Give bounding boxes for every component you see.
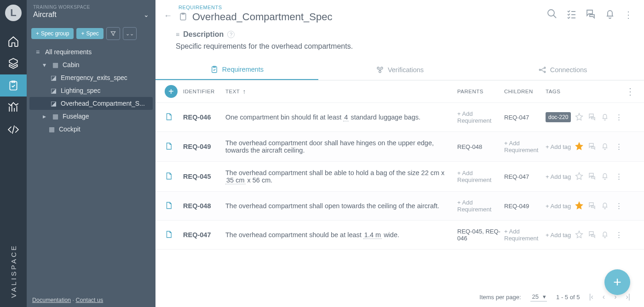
comments-icon[interactable] [585, 8, 596, 21]
description-text[interactable]: Specific requirements for the overhead c… [176, 42, 631, 51]
add-child-link[interactable]: + Add Requirement [504, 228, 546, 242]
add-tag-link[interactable]: + Add tag [546, 232, 575, 239]
table-header-menu[interactable]: ⋮ [626, 86, 635, 97]
add-parent-link[interactable]: + Add Requirement [457, 110, 504, 124]
breadcrumb[interactable]: REQUIREMENTS [178, 5, 540, 10]
tree-folder-fuselage[interactable]: ▸ ▦ Fuselage [29, 110, 153, 123]
row-more-menu[interactable]: ⋮ [614, 143, 624, 150]
col-children[interactable]: CHILDREN [504, 89, 546, 94]
col-parents[interactable]: PARENTS [457, 89, 504, 94]
nav-scripting-icon[interactable] [0, 119, 27, 141]
parent-link[interactable]: REQ-048 [457, 143, 504, 150]
requirement-text[interactable]: One compartment bin should fit at least … [225, 114, 457, 121]
bell-icon[interactable] [601, 230, 609, 240]
checklist-icon[interactable] [566, 8, 577, 21]
page-first-button[interactable]: |‹ [589, 293, 593, 301]
star-icon[interactable] [575, 113, 583, 122]
requirement-id[interactable]: REQ-049 [183, 143, 225, 150]
comment-icon[interactable] [588, 113, 596, 122]
bell-icon[interactable] [601, 142, 609, 152]
workspace-switcher[interactable]: TRAINING WORKSPACE Aircraft ⌄ [27, 0, 155, 25]
table-row[interactable]: REQ-049The overhead compartment door sha… [155, 132, 644, 162]
requirement-text[interactable]: The overhead compartment should be at le… [225, 231, 457, 239]
items-per-page-select[interactable]: 25 [530, 292, 547, 301]
child-link[interactable]: REQ-047 [504, 114, 546, 121]
col-identifier[interactable]: IDENTIFIER [183, 89, 225, 94]
table-row[interactable]: REQ-046One compartment bin should fit at… [155, 103, 644, 132]
row-more-menu[interactable]: ⋮ [614, 114, 624, 121]
comment-icon[interactable] [588, 230, 596, 240]
tree-spec-overhead[interactable]: ◪ Overhead_Compartment_S... [29, 97, 153, 110]
col-text[interactable]: TEXT↑ [225, 88, 457, 95]
row-more-menu[interactable]: ⋮ [614, 231, 624, 239]
inline-value[interactable]: 35 cm [225, 176, 246, 184]
row-more-menu[interactable]: ⋮ [614, 202, 624, 210]
add-spec-group-button[interactable]: +Spec group [31, 28, 74, 39]
add-tag-link[interactable]: + Add tag [546, 143, 575, 150]
add-spec-button[interactable]: +Spec [76, 28, 103, 39]
tab-verifications[interactable]: Verifications [318, 60, 481, 80]
workspace-logo[interactable]: L [5, 5, 22, 21]
row-more-menu[interactable]: ⋮ [614, 173, 624, 180]
requirement-id[interactable]: REQ-045 [183, 173, 225, 180]
add-tag-link[interactable]: + Add tag [546, 173, 575, 180]
star-icon[interactable] [575, 142, 583, 152]
requirement-id[interactable]: REQ-047 [183, 231, 225, 239]
table-row[interactable]: REQ-045The overhead compartment shall be… [155, 162, 644, 192]
nav-analysis-icon[interactable] [0, 97, 27, 119]
tree-folder-cabin[interactable]: ▾ ▦ Cabin [29, 58, 153, 71]
comment-icon[interactable] [588, 142, 596, 152]
star-icon[interactable] [575, 172, 583, 182]
requirement-text[interactable]: The overhead compartment door shall have… [225, 139, 457, 154]
bell-icon[interactable] [601, 172, 609, 182]
star-icon[interactable] [575, 230, 583, 240]
header-more-menu[interactable]: ⋮ [624, 9, 633, 20]
search-icon[interactable] [546, 8, 558, 21]
bell-icon[interactable] [601, 201, 609, 211]
tab-requirements[interactable]: Requirements [155, 60, 318, 80]
bell-icon[interactable] [601, 113, 609, 122]
inline-value[interactable]: 1.4 m [363, 231, 382, 239]
tag-chip[interactable]: doc-220 [546, 112, 571, 122]
star-icon[interactable] [575, 201, 583, 211]
tree-spec-lighting[interactable]: ◪ Lighting_spec [29, 84, 153, 97]
add-parent-link[interactable]: + Add Requirement [457, 199, 504, 213]
back-button[interactable]: ← [164, 5, 172, 21]
nav-components-icon[interactable] [0, 52, 27, 74]
description-label: Description [183, 30, 224, 39]
add-tag-link[interactable]: + Add tag [546, 203, 575, 210]
page-last-button[interactable]: ›| [626, 293, 630, 301]
contact-link[interactable]: Contact us [76, 297, 104, 303]
requirement-id[interactable]: REQ-046 [183, 114, 225, 121]
parent-link[interactable]: REQ-045, REQ-046 [457, 228, 504, 242]
inline-value[interactable]: 4 [343, 114, 349, 121]
help-icon[interactable]: ? [227, 31, 235, 38]
child-link[interactable]: REQ-047 [504, 173, 546, 180]
tree-all-requirements[interactable]: ≡ All requirements [29, 45, 153, 58]
child-link[interactable]: REQ-049 [504, 203, 546, 210]
expand-button[interactable]: ⌄⌄ [123, 27, 137, 40]
table-row[interactable]: REQ-047The overhead compartment should b… [155, 221, 644, 250]
comment-icon[interactable] [588, 172, 596, 182]
tree-spec-emergency[interactable]: ◪ Emergency_exits_spec [29, 71, 153, 84]
add-parent-link[interactable]: + Add Requirement [457, 170, 504, 183]
filter-button[interactable] [106, 27, 120, 40]
nav-home-icon[interactable] [0, 30, 27, 52]
page-prev-button[interactable]: ‹ [603, 293, 605, 301]
sidebar-toolbar: +Spec group +Spec ⌄⌄ [27, 25, 155, 45]
comment-icon[interactable] [588, 201, 596, 211]
requirement-text[interactable]: The overhead compartment shall open towa… [225, 202, 457, 210]
requirement-id[interactable]: REQ-048 [183, 202, 225, 210]
add-child-link[interactable]: + Add Requirement [504, 140, 546, 154]
table-row[interactable]: REQ-048The overhead compartment shall op… [155, 192, 644, 221]
tree-folder-cockpit[interactable]: ▦ Cockpit [29, 123, 153, 136]
add-row-button[interactable]: + [165, 85, 178, 98]
col-tags[interactable]: TAGS [546, 89, 575, 94]
documentation-link[interactable]: Documentation [32, 297, 71, 303]
bell-icon[interactable] [604, 8, 615, 21]
svg-point-2 [548, 10, 554, 16]
fab-add-button[interactable]: + [604, 269, 630, 295]
nav-requirements-icon[interactable] [0, 74, 27, 97]
tab-connections[interactable]: Connections [481, 60, 644, 80]
requirement-text[interactable]: The overhead compartment shall be able t… [225, 169, 457, 184]
